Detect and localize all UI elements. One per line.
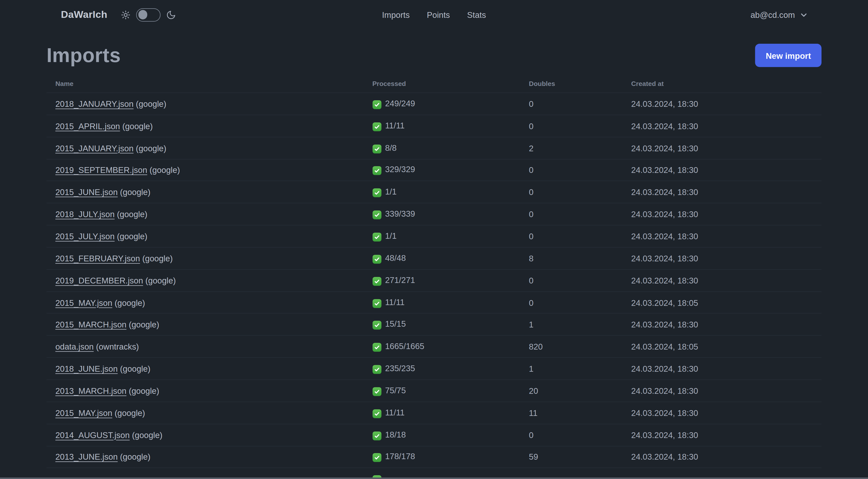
success-check-icon bbox=[372, 233, 381, 241]
name-cell: 2014_AUGUST.json (google) bbox=[46, 424, 364, 446]
processed-count: 1/1 bbox=[385, 187, 397, 196]
processed-count: 15/15 bbox=[385, 319, 406, 328]
success-check-icon bbox=[372, 365, 381, 374]
import-source-label: (google) bbox=[136, 143, 166, 153]
name-cell: 2018_JANUARY.json (google) bbox=[46, 93, 364, 115]
import-source-label: (google) bbox=[129, 320, 159, 329]
import-file-link[interactable]: 2015_MAY.json bbox=[55, 408, 112, 417]
import-file-link[interactable]: 2013_MARCH.json bbox=[55, 386, 126, 395]
success-check-icon bbox=[372, 409, 381, 418]
success-check-icon bbox=[372, 277, 381, 286]
created-at-cell: 24.03.2024, 18:30 bbox=[622, 115, 822, 137]
import-source-label: (google) bbox=[117, 209, 148, 219]
table-row: 2015_JANUARY.json (google)8/8224.03.2024… bbox=[46, 137, 822, 159]
nav-link-stats[interactable]: Stats bbox=[467, 10, 486, 19]
import-file-link[interactable]: 2015_MARCH.json bbox=[55, 320, 126, 329]
doubles-cell: 0 bbox=[520, 292, 622, 313]
name-cell: odata.json (owntracks) bbox=[46, 335, 364, 358]
doubles-cell: 59 bbox=[520, 446, 622, 468]
processed-count: 271/271 bbox=[385, 275, 415, 285]
name-cell: 2018_JUNE.json (google) bbox=[46, 358, 364, 380]
processed-count: 18/18 bbox=[385, 429, 406, 439]
created-at-cell: 24.03.2024, 18:30 bbox=[622, 313, 822, 335]
table-row-partial bbox=[46, 468, 822, 479]
processed-count: 339/339 bbox=[385, 209, 415, 218]
import-source-label: (google) bbox=[122, 121, 153, 130]
toggle-knob bbox=[138, 10, 148, 19]
import-source-label: (google) bbox=[115, 408, 145, 417]
app-window: DaWarIch bbox=[0, 0, 868, 479]
processed-cell: 11/11 bbox=[364, 292, 520, 313]
user-menu[interactable]: ab@cd.com bbox=[750, 10, 808, 19]
column-header-name: Name bbox=[46, 76, 364, 93]
import-file-link[interactable]: 2018_JANUARY.json bbox=[55, 99, 133, 108]
processed-cell: 48/48 bbox=[364, 247, 520, 269]
success-check-icon bbox=[372, 453, 381, 462]
created-at-cell: 24.03.2024, 18:05 bbox=[622, 335, 822, 358]
brand-logo[interactable]: DaWarIch bbox=[61, 9, 107, 20]
import-file-link[interactable]: 2013_JUNE.json bbox=[55, 452, 118, 461]
table-row: 2013_JUNE.json (google)178/1785924.03.20… bbox=[46, 446, 822, 468]
main-nav: Imports Points Stats bbox=[382, 0, 486, 29]
table-row: 2019_DECEMBER.json (google)271/271024.03… bbox=[46, 269, 822, 292]
processed-count: 75/75 bbox=[385, 386, 406, 395]
import-file-link[interactable]: 2015_MAY.json bbox=[55, 298, 112, 307]
success-check-icon bbox=[372, 321, 381, 330]
import-file-link[interactable]: 2015_JUNE.json bbox=[55, 187, 118, 197]
import-file-link[interactable]: 2019_SEPTEMBER.json bbox=[55, 166, 147, 175]
import-file-link[interactable]: 2015_JANUARY.json bbox=[55, 143, 133, 153]
doubles-cell: 0 bbox=[520, 424, 622, 446]
table-row: 2019_SEPTEMBER.json (google)329/329024.0… bbox=[46, 159, 822, 181]
name-cell: 2015_JANUARY.json (google) bbox=[46, 137, 364, 159]
page-title: Imports bbox=[46, 44, 121, 67]
name-cell: 2015_MAY.json (google) bbox=[46, 292, 364, 313]
theme-toggle-switch[interactable] bbox=[136, 8, 160, 21]
success-check-icon bbox=[372, 343, 381, 352]
processed-cell: 11/11 bbox=[364, 402, 520, 424]
import-source-label: (google) bbox=[149, 166, 180, 175]
table-row: 2015_MAY.json (google)11/11024.03.2024, … bbox=[46, 292, 822, 313]
nav-link-points[interactable]: Points bbox=[427, 10, 450, 19]
doubles-cell: 8 bbox=[520, 247, 622, 269]
success-check-icon bbox=[372, 100, 381, 109]
nav-link-imports[interactable]: Imports bbox=[382, 10, 410, 19]
name-cell: 2013_MARCH.json (google) bbox=[46, 380, 364, 402]
table-row: 2014_AUGUST.json (google)18/18024.03.202… bbox=[46, 424, 822, 446]
import-file-link[interactable]: 2018_JULY.json bbox=[55, 209, 115, 219]
processed-count: 8/8 bbox=[385, 143, 397, 152]
processed-count: 235/235 bbox=[385, 363, 415, 373]
import-file-link[interactable]: 2018_JUNE.json bbox=[55, 364, 118, 373]
created-at-cell: 24.03.2024, 18:30 bbox=[622, 137, 822, 159]
processed-cell: 235/235 bbox=[364, 358, 520, 380]
import-file-link[interactable]: odata.json bbox=[55, 342, 94, 351]
processed-cell: 8/8 bbox=[364, 137, 520, 159]
theme-toggle[interactable] bbox=[121, 8, 176, 21]
table-row: 2018_JULY.json (google)339/339024.03.202… bbox=[46, 203, 822, 225]
import-source-label: (google) bbox=[146, 276, 176, 285]
doubles-cell bbox=[520, 468, 622, 479]
success-check-icon bbox=[372, 188, 381, 197]
import-file-link[interactable]: 2015_JULY.json bbox=[55, 232, 115, 241]
import-file-link[interactable]: 2014_AUGUST.json bbox=[55, 430, 130, 440]
import-file-link[interactable]: 2019_DECEMBER.json bbox=[55, 276, 143, 285]
import-file-link[interactable]: 2015_FEBRUARY.json bbox=[55, 253, 140, 263]
created-at-cell: 24.03.2024, 18:30 bbox=[622, 269, 822, 292]
processed-cell: 1/1 bbox=[364, 181, 520, 203]
new-import-button[interactable]: New import bbox=[755, 44, 822, 67]
doubles-cell: 0 bbox=[520, 225, 622, 247]
success-check-icon bbox=[372, 255, 381, 264]
import-file-link[interactable]: 2015_APRIL.json bbox=[55, 121, 120, 130]
processed-count: 11/11 bbox=[385, 121, 405, 130]
navbar-right: ab@cd.com bbox=[750, 10, 808, 19]
column-header-doubles: Doubles bbox=[520, 76, 622, 93]
name-cell: 2015_FEBRUARY.json (google) bbox=[46, 247, 364, 269]
processed-cell: 1665/1665 bbox=[364, 335, 520, 358]
window-bottom-edge bbox=[0, 478, 868, 479]
created-at-cell: 24.03.2024, 18:30 bbox=[622, 181, 822, 203]
name-cell: 2019_SEPTEMBER.json (google) bbox=[46, 159, 364, 181]
processed-cell: 11/11 bbox=[364, 115, 520, 137]
table-row: 2015_JUNE.json (google)1/1024.03.2024, 1… bbox=[46, 181, 822, 203]
processed-cell: 271/271 bbox=[364, 269, 520, 292]
import-source-label: (google) bbox=[117, 232, 148, 241]
moon-icon bbox=[166, 10, 176, 20]
